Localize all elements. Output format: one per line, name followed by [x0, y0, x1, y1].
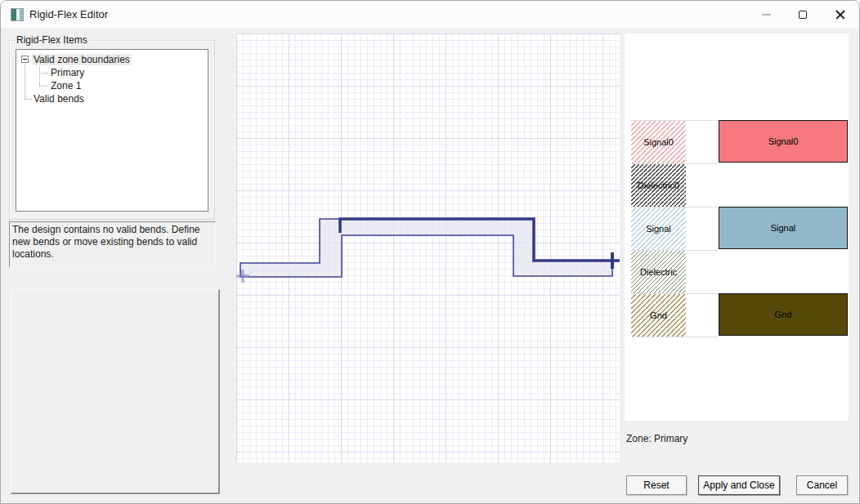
tree-connector [39, 66, 40, 87]
rigid-flex-items-tree[interactable]: Valid zone boundaries Primary Zone 1 Val… [16, 49, 208, 212]
minimize-icon [762, 14, 771, 16]
rigid-flex-items-label: Rigid-Flex Items [14, 34, 90, 46]
tree-item-label: Valid bends [34, 93, 84, 105]
tree-connector [25, 99, 32, 100]
bend-status-message: The design contains no valid bends. Defi… [9, 221, 216, 267]
layer-fill-label: Gnd [775, 310, 792, 319]
tree-item-label: Valid zone boundaries [32, 54, 132, 65]
canvas-grid [236, 33, 620, 462]
zone-label: Zone: Primary [626, 433, 688, 444]
layer-hatch-signal [631, 207, 686, 250]
bend-detail-panel [11, 289, 220, 494]
layer-fill-label: Signal [771, 223, 796, 233]
stackup-panel: Signal0 Signal0 Dielectric0 Signal Signa… [625, 33, 849, 421]
profile-drawing [236, 33, 620, 462]
close-icon [835, 9, 846, 20]
layer-separator [631, 337, 718, 337]
layer-fill-label: Signal0 [768, 136, 799, 146]
layer-fill-signal[interactable]: Signal [719, 207, 848, 249]
layer-hatch-gnd [631, 294, 686, 337]
tree-connector [25, 64, 25, 99]
tree-item-valid-zone-boundaries[interactable]: Valid zone boundaries [32, 53, 132, 66]
tree-item-label: Primary [51, 67, 84, 78]
layer-hatch-dielectric0 [631, 164, 686, 207]
layer-hatch-dielectric [631, 251, 686, 293]
tree-item-label: Zone 1 [51, 80, 81, 91]
layer-hatch-signal0 [631, 121, 686, 163]
minimize-button[interactable] [747, 1, 785, 28]
apply-and-close-button[interactable]: Apply and Close [698, 475, 780, 495]
cancel-button[interactable]: Cancel [796, 475, 848, 495]
reset-button[interactable]: Reset [626, 475, 687, 495]
rigid-flex-editor-dialog: Rigid-Flex Editor Rigid-Flex Items Valid… [0, 0, 860, 504]
titlebar[interactable]: Rigid-Flex Editor [1, 1, 859, 28]
maximize-icon [799, 11, 807, 19]
layer-fill-gnd[interactable]: Gnd [719, 293, 848, 336]
tree-connector [39, 86, 48, 87]
collapse-icon[interactable] [21, 56, 29, 63]
app-icon [11, 8, 24, 21]
window-title: Rigid-Flex Editor [29, 1, 108, 28]
tree-connector [39, 73, 48, 74]
layer-fill-signal0[interactable]: Signal0 [719, 120, 848, 163]
profile-canvas[interactable] [236, 33, 620, 462]
maximize-button[interactable] [784, 1, 822, 28]
tree-item-primary[interactable]: Primary [51, 66, 84, 79]
tree-item-valid-bends[interactable]: Valid bends [34, 92, 84, 105]
tree-item-zone1[interactable]: Zone 1 [51, 79, 81, 92]
close-button[interactable] [822, 1, 859, 28]
